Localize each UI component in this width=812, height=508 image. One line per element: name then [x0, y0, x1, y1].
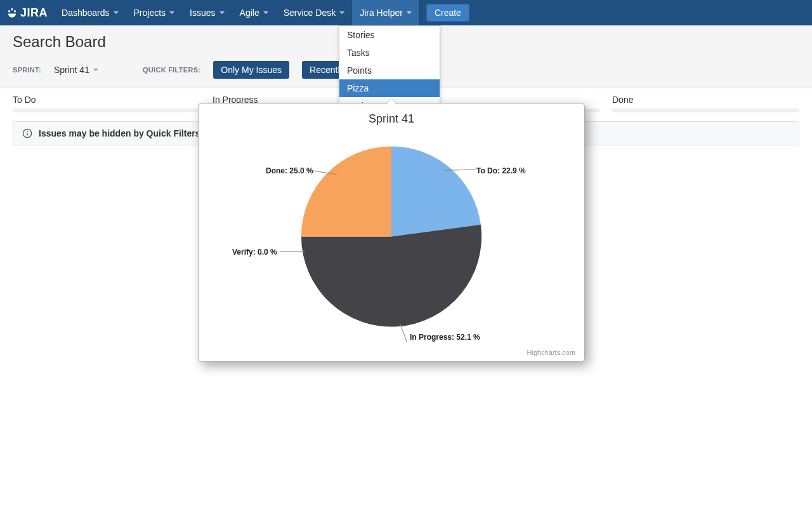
chevron-down-icon [114, 11, 119, 14]
svg-point-4 [27, 131, 28, 132]
notice-text: Issues may be hidden by Quick Filters [39, 128, 200, 138]
svg-rect-5 [27, 133, 27, 135]
chart-area: To Do: 22.9 % In Progress: 52.1 % Verify… [210, 130, 573, 345]
nav-item-jira-helper[interactable]: Jira Helper [352, 0, 419, 25]
label-done: Done: 25.0 % [266, 166, 313, 175]
nav-item-label: Service Desk [284, 8, 336, 18]
pizza-chart-popup: Sprint 41 To Do: 22.9 % In Progress: 52.… [198, 103, 585, 362]
nav-item-label: Dashboards [62, 8, 110, 18]
jira-logo[interactable]: JIRA [6, 6, 48, 20]
top-nav: JIRA DashboardsProjectsIssuesAgileServic… [0, 0, 812, 25]
chevron-down-icon [169, 11, 174, 14]
nav-item-projects[interactable]: Projects [126, 0, 183, 25]
nav-separator [419, 0, 420, 25]
nav-item-issues[interactable]: Issues [182, 0, 232, 25]
label-in-progress: In Progress: 52.1 % [410, 333, 480, 342]
quick-filters-label: QUICK FILTERS: [143, 66, 200, 74]
chevron-down-icon [407, 11, 412, 14]
sprint-label: SPRINT: [13, 66, 41, 74]
column-done: Done [612, 95, 799, 112]
column-todo: To Do [13, 95, 200, 112]
column-title: Done [612, 95, 799, 105]
nav-item-label: Jira Helper [360, 8, 403, 18]
sprint-selector[interactable]: Sprint 41 [54, 65, 98, 75]
nav-item-agile[interactable]: Agile [232, 0, 276, 25]
pie-slice-to-do[interactable] [391, 146, 481, 236]
filter-only-my-issues[interactable]: Only My Issues [213, 61, 289, 79]
nav-item-label: Issues [190, 8, 215, 18]
info-icon [22, 128, 32, 138]
svg-point-0 [11, 8, 13, 10]
dropdown-item-points[interactable]: Points [339, 62, 440, 79]
pie-slice-done[interactable] [301, 146, 391, 236]
label-todo: To Do: 22.9 % [476, 166, 526, 175]
svg-point-2 [14, 10, 16, 12]
sprint-value: Sprint 41 [54, 65, 89, 75]
chart-title: Sprint 41 [210, 112, 573, 126]
dropdown-item-stories[interactable]: Stories [339, 26, 440, 44]
pie-slice-in-progress[interactable] [301, 225, 481, 327]
chevron-down-icon [93, 69, 98, 71]
create-button[interactable]: Create [426, 4, 469, 22]
nav-item-service-desk[interactable]: Service Desk [276, 0, 352, 25]
column-bar [13, 109, 200, 112]
dropdown-item-pizza[interactable]: Pizza [339, 79, 440, 97]
column-bar [612, 109, 799, 112]
label-verify: Verify: 0.0 % [232, 248, 277, 257]
dropdown-pointer-icon [386, 99, 397, 105]
chart-credit: Highcharts.com [527, 349, 575, 356]
dropdown-item-tasks[interactable]: Tasks [339, 44, 440, 62]
column-title: To Do [13, 95, 200, 105]
nav-item-label: Agile [240, 8, 259, 18]
nav-item-label: Projects [134, 8, 166, 18]
leader-line [280, 251, 305, 252]
nav-item-dashboards[interactable]: Dashboards [54, 0, 126, 25]
svg-point-1 [8, 10, 10, 12]
chevron-down-icon [339, 11, 344, 14]
chevron-down-icon [219, 11, 225, 14]
chevron-down-icon [263, 11, 268, 14]
jira-logo-text: JIRA [20, 6, 48, 20]
jira-logo-icon [6, 7, 18, 18]
